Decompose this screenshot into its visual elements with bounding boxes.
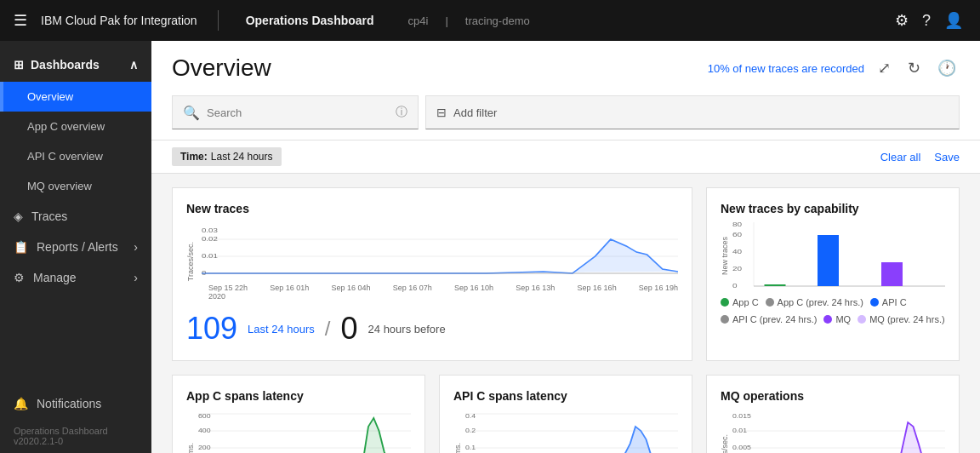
filter-actions: Clear all Save: [880, 151, 960, 163]
time-badge[interactable]: Time: Last 24 hours: [172, 147, 282, 166]
legend-appc: App C: [721, 297, 759, 307]
brand-name: IBM Cloud Pak for Integration: [41, 14, 197, 27]
search-container: 🔍 ⓘ: [172, 95, 419, 129]
filter-bar: 🔍 ⓘ ⊟ Add filter: [172, 95, 960, 140]
mq-y-label: ops/sec.: [721, 434, 729, 453]
svg-text:0.015: 0.015: [732, 413, 752, 420]
dashboards-label: Dashboards: [31, 58, 100, 72]
page-header-top: Overview 10% of new traces are recorded …: [172, 54, 960, 82]
appc-latency-title: App C spans latency: [186, 389, 411, 403]
capability-chart-wrapper: New traces 0 20 40 60 80: [721, 222, 945, 290]
time-badge-value: Last 24 hours: [211, 151, 273, 163]
svg-text:0.01: 0.01: [732, 427, 748, 434]
svg-rect-16: [818, 235, 839, 286]
svg-text:0: 0: [732, 282, 738, 290]
sidebar-item-manage[interactable]: ⚙ Manage ›: [0, 262, 151, 293]
traces-count: 109: [186, 311, 237, 347]
filter-icon: ⊟: [436, 106, 447, 119]
svg-text:0.005: 0.005: [732, 444, 752, 451]
traces-y-label: Traces/sec.: [186, 242, 195, 281]
svg-text:400: 400: [198, 427, 211, 434]
sidebar-item-overview[interactable]: Overview: [0, 82, 151, 112]
bell-icon: 🔔: [14, 397, 28, 410]
page-title: Overview: [172, 54, 271, 82]
svg-text:0.01: 0.01: [202, 252, 218, 260]
traces-x-labels: Sep 15 22h2020 Sep 16 01h Sep 16 04h Sep…: [202, 284, 678, 301]
capability-chart-area: 0 20 40 60 80: [732, 222, 945, 290]
user-icon[interactable]: 👤: [941, 8, 966, 33]
info-icon[interactable]: ⓘ: [396, 105, 407, 120]
add-filter-text: Add filter: [453, 106, 497, 119]
appc-svg: 0 200 400 600: [198, 410, 411, 453]
apic-svg: 0 0.1 0.2 0.4: [465, 410, 678, 453]
header-actions: 10% of new traces are recorded ⤢ ↻ 🕐: [708, 55, 960, 81]
svg-text:80: 80: [732, 222, 742, 228]
save-button[interactable]: Save: [934, 151, 960, 163]
mq-ops-card: MQ operations ops/sec. 0 0.005 0.01: [706, 375, 960, 453]
new-traces-title: New traces: [186, 202, 678, 215]
sampling-text[interactable]: 10% of new traces are recorded: [708, 62, 864, 75]
legend-apic: API C: [870, 297, 907, 307]
appc-y-label: ms.: [186, 443, 195, 453]
sidebar-item-traces[interactable]: ◈ Traces: [0, 201, 151, 232]
chevron-right-icon2: ›: [134, 271, 138, 284]
mq-svg: 0 0.005 0.01 0.015: [732, 410, 945, 453]
sidebar: ⊞ Dashboards ∧ Overview App C overview A…: [0, 41, 151, 453]
new-traces-svg: 0 0.01 0.02 0.03: [202, 222, 678, 282]
svg-text:0.02: 0.02: [202, 235, 218, 243]
svg-text:60: 60: [732, 231, 742, 238]
clock-icon[interactable]: 🕐: [934, 55, 960, 81]
sidebar-item-notifications[interactable]: 🔔 Notifications: [0, 388, 151, 419]
sidebar-item-reports[interactable]: 📋 Reports / Alerts ›: [0, 232, 151, 262]
traces-divider: /: [325, 317, 331, 341]
capability-legend: App C App C (prev. 24 hrs.) API C API C …: [721, 297, 945, 324]
svg-text:40: 40: [732, 248, 742, 255]
dashboards-section[interactable]: ⊞ Dashboards ∧: [0, 48, 151, 82]
add-filter-box[interactable]: ⊟ Add filter: [425, 95, 960, 129]
demo-label: tracing-demo: [465, 14, 530, 27]
sidebar-item-appc[interactable]: App C overview: [0, 112, 151, 141]
svg-text:20: 20: [732, 265, 742, 272]
traces-chart-wrapper: Traces/sec. 0 0.01 0.02 0.03: [186, 222, 678, 301]
refresh-icon[interactable]: ↻: [904, 55, 924, 81]
traces-icon: ◈: [14, 209, 23, 223]
svg-text:200: 200: [198, 444, 211, 451]
svg-rect-15: [765, 284, 786, 286]
traces-stats: 109 Last 24 hours / 0 24 hours before: [186, 311, 678, 347]
settings-icon[interactable]: ⚙: [892, 8, 912, 33]
share-icon[interactable]: ⤢: [875, 55, 894, 81]
legend-mq-prev: MQ (prev. 24 hrs.): [858, 314, 944, 324]
pipe2: |: [445, 14, 447, 27]
manage-icon: ⚙: [14, 271, 25, 284]
search-input[interactable]: [207, 106, 389, 119]
mq-ops-title: MQ operations: [721, 389, 945, 403]
legend-mq: MQ: [823, 314, 851, 324]
svg-rect-17: [881, 262, 903, 286]
svg-text:600: 600: [198, 413, 211, 420]
legend-appc-prev: App C (prev. 24 hrs.): [766, 297, 863, 307]
dashboards-icon: ⊞: [14, 58, 24, 72]
hamburger-menu-icon[interactable]: ☰: [14, 11, 27, 30]
reports-icon: 📋: [14, 240, 28, 254]
version-label: Operations Dashboard v2020.2.1-0: [0, 419, 151, 453]
sidebar-item-mq[interactable]: MQ overview: [0, 171, 151, 201]
capability-title: New traces by capability: [721, 202, 945, 215]
time-badge-label: Time:: [180, 151, 208, 163]
svg-text:0.03: 0.03: [202, 226, 218, 234]
chevron-up-icon: ∧: [129, 58, 138, 72]
apic-latency-title: API C spans latency: [453, 389, 678, 403]
svg-text:0.4: 0.4: [465, 413, 476, 420]
time-filter-row: Time: Last 24 hours Clear all Save: [151, 140, 980, 174]
svg-text:0.1: 0.1: [465, 444, 476, 451]
main-content: Overview 10% of new traces are recorded …: [151, 41, 980, 453]
nav-icons: ⚙ ? 👤: [892, 8, 966, 33]
appc-latency-card: App C spans latency ms. 0 200 4: [172, 375, 425, 453]
capability-svg: 0 20 40 60 80: [732, 222, 945, 290]
main-layout: ⊞ Dashboards ∧ Overview App C overview A…: [0, 41, 980, 453]
help-icon[interactable]: ?: [919, 9, 934, 33]
app-title: Operations Dashboard: [246, 14, 374, 27]
chevron-right-icon: ›: [134, 240, 138, 254]
traces-prev-count: 0: [341, 311, 358, 347]
clear-all-button[interactable]: Clear all: [880, 151, 921, 163]
sidebar-item-apic[interactable]: API C overview: [0, 141, 151, 171]
